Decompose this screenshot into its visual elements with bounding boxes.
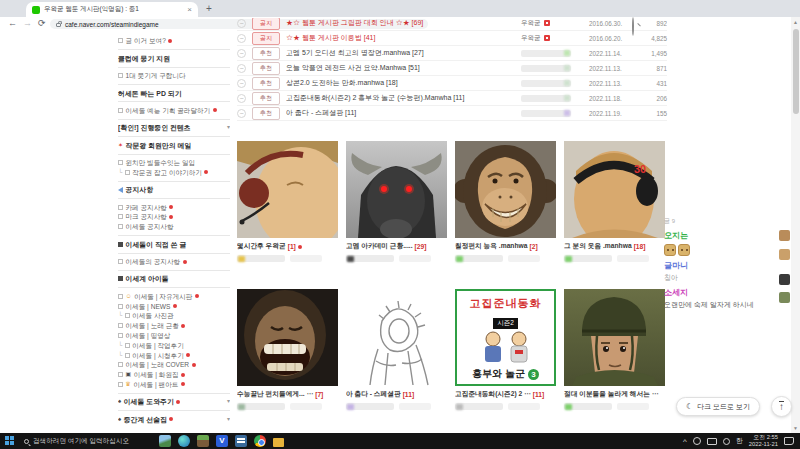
post-author[interactable] [521, 80, 583, 87]
post-card[interactable]: 절대 이분들을 놀라게 해서는 ⋯ [564, 289, 665, 410]
search-icon[interactable] [632, 18, 641, 27]
sidebar-item[interactable]: 이세돌 | 노래 COVER [118, 360, 230, 370]
sidebar-item[interactable]: 이세돌 예능 기획 골라달하기 [118, 101, 230, 115]
post-title[interactable]: 고집준내동화(시즌2) 2 흥부와 놀군 (수능편).Manwha [11] [286, 93, 515, 103]
post-author[interactable] [521, 110, 583, 117]
sidebar-item[interactable]: 공지사항 [118, 181, 230, 195]
post-author[interactable] [521, 50, 583, 57]
post-card[interactable]: 아 춥다 - 스페셜판 [11] [346, 289, 447, 410]
tab-close-icon[interactable]: × [187, 5, 192, 14]
post-author[interactable]: 우왁굳 [521, 34, 583, 43]
post-caption[interactable]: 수능끝난 펀치들에게... ⋯ [237, 390, 313, 399]
sidebar-item[interactable]: 카페 공지사항 [118, 198, 230, 212]
post-caption[interactable]: 고집준내동화(시즌2) 2 ⋯ [455, 390, 531, 399]
post-title[interactable]: 상콘2.0 도전하는 만화.manhwa [18] [286, 78, 515, 88]
sidebar-item[interactable]: ☺ 이세돌 | 자유게시판 [118, 287, 230, 301]
scroll-to-top-button[interactable]: ↑ [771, 396, 792, 417]
collapse-icon[interactable]: − [237, 19, 246, 28]
folder-icon[interactable] [273, 438, 284, 447]
post-author[interactable]: 우왁굳 [521, 19, 583, 28]
sidebar-item[interactable]: ♛ 이세돌 | 팬아트 [118, 379, 230, 389]
v-app-icon[interactable]: V [216, 435, 228, 447]
sidebar-item[interactable]: 이세돌 | NEWS [118, 301, 230, 311]
sidebar-item[interactable]: ♠ 중간계 선술집 ▾ [118, 410, 230, 424]
sidebar-item[interactable]: 이세돌 | 띵영상 [118, 331, 230, 341]
post-card[interactable]: 30 그 분의 웃음 .manhwa [18] [564, 141, 665, 262]
sidebar-item[interactable]: 허세돈 빠는 PD 되기 [118, 84, 230, 98]
sidebar-item[interactable]: 1대 뭇기게 구합니다 [118, 67, 230, 81]
start-button[interactable] [5, 436, 15, 446]
post-author[interactable] [521, 95, 583, 102]
post-card[interactable]: 고멤 아카데미 근황..... [29] [346, 141, 447, 262]
collapse-icon[interactable]: − [237, 79, 246, 88]
article-row[interactable]: − 추천 고멤 5기 오디션 최고의 명장면.manhwa [27] 2022.… [237, 46, 667, 61]
post-card[interactable]: 고집준내동화 시즌2 흥부와 놀군 3 고집준내동화(시즌2) 2 ⋯ [11] [455, 289, 556, 410]
article-row[interactable]: − 공지 ☆★ 웹툰 게시판 이용법 [41] 우왁굳 2016.06.20. … [237, 31, 667, 46]
sidebar-item[interactable]: 이세돌 | 노래 근황 [118, 321, 230, 331]
sidebar-item[interactable]: ✶ 작문왕 회원만의 메일 [118, 136, 230, 150]
sidebar-item[interactable]: 이세계 아이돌 [118, 270, 230, 284]
scroll-up-icon[interactable]: ▲ [791, 19, 800, 25]
post-card[interactable]: 칠정펀치 능욕 .manhwa [2] [455, 141, 556, 262]
post-caption[interactable]: 고멤 아카데미 근황..... [346, 242, 413, 251]
post-caption[interactable]: 몇시간후 우왁굳 [237, 242, 286, 251]
link-icon[interactable] [693, 437, 701, 445]
collapse-icon[interactable]: − [237, 34, 246, 43]
new-tab-button[interactable]: + [206, 3, 212, 14]
back-icon[interactable]: ← [8, 18, 17, 28]
thumbnail-gojip-cartoon[interactable]: 고집준내동화 시즌2 흥부와 놀군 3 [455, 289, 556, 386]
sidebar-item[interactable]: 클럽에 뭉기 지원 [118, 49, 230, 63]
forward-icon[interactable]: → [23, 18, 32, 28]
notification-center-icon[interactable] [784, 437, 794, 445]
sidebar-item[interactable]: 글 이거 보여? [118, 36, 230, 46]
wallpaper-app-icon[interactable] [159, 435, 171, 447]
post-title[interactable]: 고멤 5기 오디션 최고의 명장면.manhwa [27] [286, 48, 515, 58]
chrome-icon[interactable] [254, 435, 266, 447]
thumbnail-wak-illustration[interactable] [237, 141, 338, 238]
article-row[interactable]: − 추천 상콘2.0 도전하는 만화.manhwa [18] 2022.11.1… [237, 76, 667, 91]
sidebar-item[interactable]: 이세돌 공지사항 [118, 222, 230, 232]
article-row[interactable]: − 추천 고집준내동화(시즌2) 2 흥부와 놀군 (수능편).Manwha [… [237, 91, 667, 106]
thumbnail-parka-sketch[interactable] [346, 289, 447, 386]
reload-icon[interactable]: ⟳ [38, 18, 46, 28]
tray-circle-icon[interactable] [723, 438, 730, 445]
post-card[interactable]: 수능끝난 펀치들에게... ⋯ [7] [237, 289, 338, 410]
dark-mode-button[interactable]: ☾ 다크 모드로 보기 [676, 397, 760, 416]
sidebar-item[interactable]: └ 이세돌 | 작업후기 [118, 340, 230, 350]
sidebar-item[interactable]: ▣ 이세돌 | 화원집 [118, 370, 230, 380]
scrollbar-thumb[interactable] [793, 29, 799, 114]
sidebar-item[interactable]: 이세돌의 공지사항 [118, 253, 230, 267]
minecraft-icon[interactable] [197, 435, 209, 447]
browser-tab[interactable]: 우왁굳 웹툰 게시판(익명됨) : 중1 × [26, 2, 198, 17]
thumbnail-soldier[interactable] [564, 289, 665, 386]
tray-chevron-icon[interactable]: ^ [683, 437, 687, 446]
article-row[interactable]: − 추천 오늘 악플연 레전드 사건 요약.Manhwa [51] 2022.1… [237, 61, 667, 76]
post-title[interactable]: ★☆ 웹툰 게시판 그림판 대회 안내 ☆★ [69] [286, 18, 515, 28]
document-app-icon[interactable] [235, 435, 247, 447]
sidebar-item[interactable]: └ 이세돌 | 시청후기 [118, 350, 230, 360]
sidebar-item[interactable]: 이세돌이 직접 쓴 글 [118, 235, 230, 249]
post-author[interactable] [521, 65, 583, 72]
taskbar-search[interactable]: 검색하려면 여기에 입력하십시오 [24, 437, 152, 446]
sidebar-item[interactable]: ♠ 이세돌 도와주기 ▾ [118, 393, 230, 407]
page-scrollbar[interactable]: ▲ ▼ [791, 17, 800, 433]
collapse-icon[interactable]: − [237, 94, 246, 103]
post-card[interactable]: 몇시간후 우왁굳 [1] [237, 141, 338, 262]
post-title[interactable]: 아 춥다 - 스페셜판 [11] [286, 108, 515, 118]
thumbnail-headset-back-of-head[interactable]: 30 [564, 141, 665, 238]
collapse-icon[interactable]: − [237, 49, 246, 58]
post-caption[interactable]: 절대 이분들을 놀라게 해서는 ⋯ [564, 390, 658, 399]
edge-icon[interactable] [178, 435, 190, 447]
thumbnail-chimp-laugh[interactable] [237, 289, 338, 386]
sidebar-item[interactable]: └ 작문권 잡고 이야기하기 [118, 168, 230, 178]
post-caption[interactable]: 칠정펀치 능욕 .manhwa [455, 242, 527, 251]
article-row[interactable]: − 추천 아 춥다 - 스페셜판 [11] 2022.11.19. 155 [237, 106, 667, 121]
thumbnail-chimp-grin[interactable] [455, 141, 556, 238]
sidebar-item[interactable]: └ 이세돌 사진관 [118, 311, 230, 321]
sidebar-item[interactable]: 마크 공지사항 [118, 212, 230, 222]
ime-indicator[interactable]: 한 [736, 436, 743, 446]
article-row[interactable]: − 공지 ★☆ 웹툰 게시판 그림판 대회 안내 ☆★ [69] 우왁굳 201… [237, 18, 667, 31]
sidebar-item[interactable]: [확인!] 진행중인 컨텐츠 ▾ [118, 119, 230, 133]
thumbnail-buffalo[interactable] [346, 141, 447, 238]
sidebar-item[interactable]: 윈치만 빌들수잇는 일임 [118, 154, 230, 168]
